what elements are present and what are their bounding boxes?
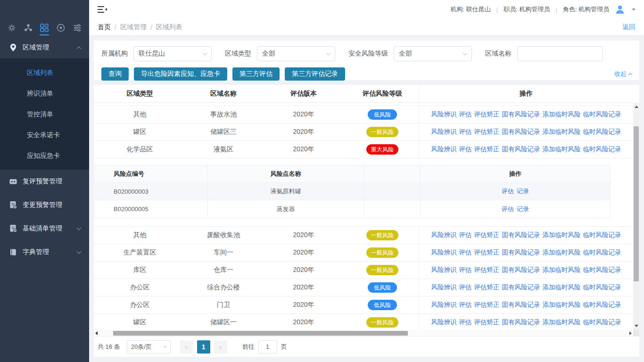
op-link-2[interactable]: 评估矫正 — [474, 266, 500, 274]
op-link-3[interactable]: 固有风险记录 — [502, 283, 540, 292]
sidebar-item-identification-list[interactable]: 辨识清单 — [0, 83, 89, 104]
op-link-2[interactable]: 评估矫正 — [474, 301, 500, 309]
sidebar-item-safety-commitment-card[interactable]: 安全承诺卡 — [0, 124, 89, 145]
table-row[interactable]: 罐区 储罐区三 2020年 一般风险 风险辨识评估评估矫正固有风险记录添加临时风… — [94, 123, 633, 141]
op-link-3[interactable]: 固有风险记录 — [502, 248, 540, 257]
risk-point-row[interactable]: B020000003 液氨原料罐 评估 记录 — [95, 183, 610, 200]
op-link-0[interactable]: 风险辨识 — [431, 301, 457, 309]
op-link-3[interactable]: 固有风险记录 — [502, 145, 540, 154]
risk-point-row[interactable]: B020000005 蒸发器 评估 记录 — [95, 200, 610, 218]
table-row[interactable]: 其他 事故水池 2020年 低风险 风险辨识评估评估矫正固有风险记录添加临时风险… — [94, 106, 633, 123]
third-party-assessment-records-button[interactable]: 第三方评估记录 — [285, 67, 345, 81]
op-link-1[interactable]: 评估 — [459, 145, 472, 154]
op-link-5[interactable]: 临时风险记录 — [583, 301, 621, 309]
breadcrumb-area-management[interactable]: 区域管理 — [120, 23, 147, 32]
scroll-down-arrow-icon[interactable] — [635, 325, 638, 327]
op-link-3[interactable]: 固有风险记录 — [502, 110, 540, 119]
op-link-3[interactable]: 固有风险记录 — [502, 301, 540, 309]
sidebar-item-emergency-card[interactable]: 应知应急卡 — [0, 145, 89, 166]
gear-icon[interactable] — [7, 19, 17, 35]
back-link[interactable]: 返回 — [622, 23, 636, 32]
op-link-1[interactable]: 评估 — [459, 266, 472, 274]
table-row[interactable]: 罐区 储罐区一 2020年 一般风险 风险辨识评估评估矫正固有风险记录添加临时风… — [94, 314, 633, 331]
op-link-0[interactable]: 风险辨识 — [431, 231, 457, 239]
assess-link[interactable]: 评估 — [502, 205, 514, 214]
risk-level-select[interactable]: 全部 — [394, 46, 472, 61]
vertical-scrollbar-thumb[interactable] — [634, 126, 639, 281]
query-button[interactable]: 查询 — [101, 67, 129, 81]
collapse-sidebar-icon[interactable] — [98, 6, 107, 13]
table-row[interactable]: 办公区 门卫 2020年 低风险 风险辨识评估评估矫正固有风险记录添加临时风险临… — [94, 296, 633, 314]
op-link-3[interactable]: 固有风险记录 — [502, 231, 540, 239]
goto-page-input[interactable] — [258, 340, 277, 354]
op-link-4[interactable]: 添加临时风险 — [543, 145, 581, 154]
op-link-2[interactable]: 评估矫正 — [474, 128, 500, 136]
share-nodes-icon[interactable] — [24, 19, 33, 35]
op-link-5[interactable]: 临时风险记录 — [583, 248, 621, 257]
grid-icon[interactable] — [40, 19, 49, 35]
op-link-5[interactable]: 临时风险记录 — [583, 318, 621, 327]
op-link-4[interactable]: 添加临时风险 — [543, 248, 581, 257]
op-link-2[interactable]: 评估矫正 — [474, 283, 500, 292]
op-link-2[interactable]: 评估矫正 — [474, 318, 500, 327]
op-link-4[interactable]: 添加临时风险 — [543, 301, 581, 309]
op-link-2[interactable]: 评估矫正 — [474, 110, 500, 119]
op-link-1[interactable]: 评估 — [459, 110, 472, 119]
op-link-0[interactable]: 风险辨识 — [431, 110, 457, 119]
op-link-5[interactable]: 临时风险记录 — [583, 110, 621, 119]
horizontal-scrollbar-thumb[interactable] — [113, 331, 408, 336]
target-icon[interactable] — [56, 19, 66, 35]
op-link-1[interactable]: 评估 — [459, 231, 472, 239]
op-link-4[interactable]: 添加临时风险 — [543, 318, 581, 327]
sidebar-item-area-management[interactable]: 区域管理 — [0, 37, 89, 58]
table-row[interactable]: 办公区 综合办公楼 2020年 低风险 风险辨识评估评估矫正固有风险记录添加临时… — [94, 279, 633, 296]
op-link-0[interactable]: 风险辨识 — [431, 128, 457, 136]
op-link-2[interactable]: 评估矫正 — [474, 231, 500, 239]
page-size-select[interactable]: 20条/页 — [127, 340, 171, 354]
org-select[interactable]: 联仕昆山 — [133, 46, 212, 61]
sidebar-item-control-list[interactable]: 管控清单 — [0, 104, 89, 124]
op-link-4[interactable]: 添加临时风险 — [543, 110, 581, 119]
scroll-right-arrow-icon[interactable] — [629, 331, 632, 335]
export-hazard-cards-button[interactable]: 导出危险因素应知、应急卡 — [134, 67, 227, 81]
op-link-5[interactable]: 临时风险记录 — [583, 283, 621, 292]
op-link-1[interactable]: 评估 — [459, 318, 472, 327]
sliders-icon[interactable] — [73, 19, 82, 35]
op-link-1[interactable]: 评估 — [459, 283, 472, 292]
op-link-4[interactable]: 添加临时风险 — [543, 231, 581, 239]
sidebar-item-area-list[interactable]: 区域列表 — [0, 62, 89, 83]
avatar[interactable] — [615, 4, 625, 15]
area-name-input[interactable] — [517, 46, 603, 61]
third-party-assessment-button[interactable]: 第三方评估 — [232, 67, 280, 81]
op-link-3[interactable]: 固有风险记录 — [502, 266, 540, 274]
breadcrumb-home[interactable]: 首页 — [98, 23, 111, 32]
prev-page-button[interactable]: ‹ — [180, 340, 193, 354]
records-link[interactable]: 记录 — [517, 187, 529, 196]
collapse-filters-link[interactable]: 收起 — [614, 70, 632, 78]
records-link[interactable]: 记录 — [517, 205, 529, 214]
scroll-left-arrow-icon[interactable] — [95, 331, 98, 335]
assess-link[interactable]: 评估 — [502, 187, 514, 196]
sidebar-item-change-warning[interactable]: 变更预警管理 — [0, 193, 89, 217]
op-link-0[interactable]: 风险辨识 — [431, 266, 457, 274]
op-link-5[interactable]: 临时风险记录 — [583, 145, 621, 154]
op-link-5[interactable]: 临时风险记录 — [583, 231, 621, 239]
sidebar-item-dictionary-management[interactable]: 字典管理 — [0, 240, 89, 264]
op-link-2[interactable]: 评估矫正 — [474, 145, 500, 154]
op-link-0[interactable]: 风险辨识 — [431, 318, 457, 327]
table-row[interactable]: 化学品区 液氨区 2020年 重大风险 风险辨识评估评估矫正固有风险记录添加临时… — [94, 141, 633, 158]
op-link-0[interactable]: 风险辨识 — [431, 145, 457, 154]
op-link-0[interactable]: 风险辨识 — [431, 283, 457, 292]
op-link-1[interactable]: 评估 — [459, 128, 472, 136]
op-link-4[interactable]: 添加临时风险 — [543, 266, 581, 274]
op-link-2[interactable]: 评估矫正 — [474, 248, 500, 257]
op-link-1[interactable]: 评估 — [459, 301, 472, 309]
op-link-4[interactable]: 添加临时风险 — [543, 128, 581, 136]
op-link-0[interactable]: 风险辨识 — [431, 248, 457, 257]
current-page-button[interactable]: 1 — [197, 340, 210, 354]
table-row[interactable]: 生产装置区 车间一 2020年 一般风险 风险辨识评估评估矫正固有风险记录添加临… — [94, 244, 633, 262]
area-type-select[interactable]: 全部 — [257, 46, 335, 61]
user-menu-caret-icon[interactable] — [632, 8, 636, 11]
op-link-3[interactable]: 固有风险记录 — [502, 128, 540, 136]
next-page-button[interactable]: › — [214, 340, 227, 354]
